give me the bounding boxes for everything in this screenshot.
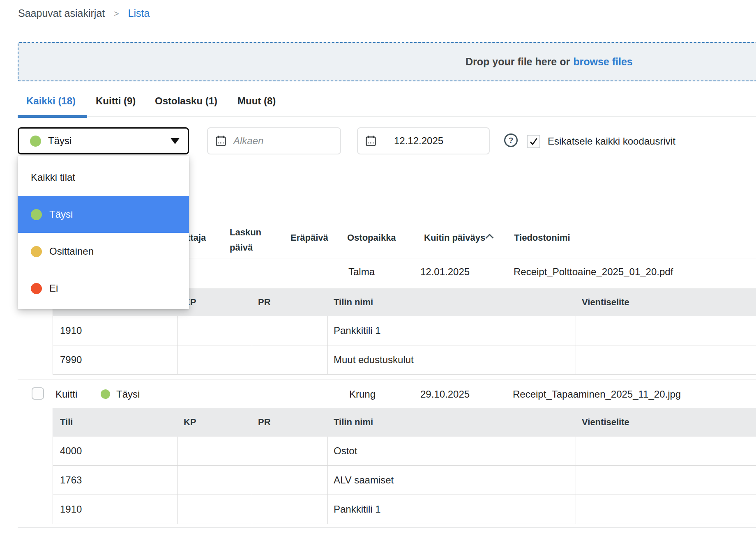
active-tab-underline bbox=[18, 115, 87, 118]
doc2-coding-table: Tili KP PR Tilin nimi Vientiselite 4000 … bbox=[53, 408, 756, 524]
file-drop-zone[interactable]: Drop your file here orbrowse files bbox=[18, 42, 756, 81]
cell-tilin-nimi: ALV saamiset bbox=[328, 466, 576, 495]
cell-tilin-nimi: Pankkitili 1 bbox=[328, 495, 576, 524]
tab-kaikki[interactable]: Kaikki (18) bbox=[26, 95, 76, 107]
menu-item-taysi[interactable]: Täysi bbox=[18, 196, 189, 233]
tab-muut[interactable]: Muut (8) bbox=[237, 95, 276, 107]
cell-tili: 1910 bbox=[53, 316, 178, 345]
status-filter-value: Täysi bbox=[48, 135, 171, 147]
menu-item-label: Kaikki tilat bbox=[31, 172, 75, 183]
cell-kp bbox=[178, 466, 252, 495]
cell-vientiselite bbox=[576, 437, 756, 465]
coding-col-tilin-nimi: Tilin nimi bbox=[328, 417, 576, 428]
menu-item-label: Ei bbox=[49, 283, 58, 294]
coding-col-tilin-nimi: Tilin nimi bbox=[328, 297, 576, 308]
cell-pr bbox=[252, 466, 328, 495]
preview-coding-rows-label: Esikatsele kaikki koodausrivit bbox=[548, 136, 675, 147]
coding-col-vientiselite: Vientiselite bbox=[576, 417, 756, 428]
menu-item-kaikki-tilat[interactable]: Kaikki tilat bbox=[18, 159, 189, 196]
cell-kp bbox=[178, 345, 252, 374]
breadcrumb-current[interactable]: Lista bbox=[128, 7, 150, 19]
doc2-receipt-date: 29.10.2025 bbox=[420, 389, 470, 400]
cell-vientiselite bbox=[576, 316, 756, 345]
breadcrumb-separator-icon: > bbox=[114, 9, 119, 18]
browse-files-link[interactable]: browse files bbox=[573, 56, 633, 67]
date-to-field[interactable]: 12.12.2025 bbox=[357, 127, 490, 154]
coding-col-kp: KP bbox=[178, 417, 252, 428]
cell-vientiselite bbox=[576, 495, 756, 524]
status-dot-icon bbox=[31, 283, 42, 294]
cell-tilin-nimi: Pankkitili 1 bbox=[328, 316, 576, 345]
doc2-type: Kuitti bbox=[55, 389, 77, 400]
coding-col-kp: KP bbox=[178, 297, 252, 308]
header-divider bbox=[18, 33, 756, 33]
coding-table-header: Tili KP PR Tilin nimi Vientiselite bbox=[53, 408, 756, 437]
coding-col-pr: PR bbox=[252, 297, 328, 308]
cell-tilin-nimi: Ostot bbox=[328, 437, 576, 465]
dropdown-caret-icon bbox=[171, 138, 180, 144]
column-header-invoice-date[interactable]: Laskun päivä bbox=[230, 225, 272, 255]
cell-tili: 7990 bbox=[53, 345, 178, 374]
doc2-purchase-place: Krung bbox=[349, 389, 376, 400]
table-row[interactable]: 4000 Ostot bbox=[53, 437, 756, 466]
status-dot-icon bbox=[101, 389, 110, 399]
date-to-value: 12.12.2025 bbox=[394, 135, 443, 147]
doc1-purchase-place: Talma bbox=[348, 266, 375, 278]
doc1-file-name[interactable]: Receipt_Polttoaine_2025_01_20.pdf bbox=[514, 266, 673, 278]
column-header-receipt-date[interactable]: Kuitin päiväys bbox=[424, 232, 485, 243]
doc1-receipt-date: 12.01.2025 bbox=[420, 266, 470, 278]
menu-item-label: Täysi bbox=[49, 209, 73, 220]
cell-kp bbox=[178, 316, 252, 345]
status-dot-icon bbox=[31, 246, 42, 257]
column-header-file-name[interactable]: Tiedostonimi bbox=[514, 232, 570, 243]
table-row[interactable]: 1910 Pankkitili 1 bbox=[53, 316, 756, 345]
doc2-file-name[interactable]: Receipt_Tapaaminen_2025_11_20.jpg bbox=[513, 389, 681, 400]
date-from-field[interactable]: Alkaen bbox=[207, 127, 341, 154]
calendar-icon bbox=[215, 135, 226, 147]
tab-kuitti[interactable]: Kuitti (9) bbox=[96, 95, 136, 107]
cell-kp bbox=[178, 437, 252, 465]
sort-ascending-icon[interactable] bbox=[485, 233, 494, 239]
drop-zone-text: Drop your file here orbrowse files bbox=[466, 56, 633, 68]
breadcrumb-parent[interactable]: Saapuvat asiakirjat bbox=[18, 7, 105, 19]
cell-tilin-nimi: Muut edustuskulut bbox=[328, 345, 576, 374]
status-filter-menu: Kaikki tilat Täysi Osittainen Ei bbox=[18, 156, 189, 309]
calendar-icon bbox=[365, 135, 376, 147]
status-filter-dropdown[interactable]: Täysi bbox=[18, 127, 189, 154]
cell-vientiselite bbox=[576, 466, 756, 495]
menu-item-label: Osittainen bbox=[49, 246, 94, 257]
tabs-baseline bbox=[18, 116, 756, 117]
breadcrumb: Saapuvat asiakirjat > Lista bbox=[18, 7, 150, 19]
cell-tili: 1763 bbox=[53, 466, 178, 495]
checkmark-icon bbox=[528, 136, 539, 147]
doc2-status: Täysi bbox=[116, 389, 140, 400]
menu-item-ei[interactable]: Ei bbox=[18, 270, 189, 307]
status-dot-icon bbox=[31, 209, 42, 220]
document-block-divider bbox=[18, 379, 756, 380]
tab-ostolasku[interactable]: Ostolasku (1) bbox=[155, 95, 217, 107]
cell-pr bbox=[252, 437, 328, 465]
cell-pr bbox=[252, 495, 328, 524]
cell-pr bbox=[252, 345, 328, 374]
preview-coding-rows-checkbox[interactable] bbox=[527, 135, 540, 148]
drop-zone-label: Drop your file here or bbox=[466, 56, 570, 67]
cell-pr bbox=[252, 316, 328, 345]
cell-kp bbox=[178, 495, 252, 524]
cell-vientiselite bbox=[576, 345, 756, 374]
cell-tili: 4000 bbox=[53, 437, 178, 465]
coding-col-vientiselite: Vientiselite bbox=[576, 297, 756, 308]
column-header-purchase-place[interactable]: Ostopaikka bbox=[347, 232, 396, 243]
cell-tili: 1910 bbox=[53, 495, 178, 524]
table-row[interactable]: 1763 ALV saamiset bbox=[53, 466, 756, 495]
table-row[interactable]: 1910 Pankkitili 1 bbox=[53, 495, 756, 524]
coding-col-tili: Tili bbox=[53, 417, 178, 428]
column-header-supplier-partial[interactable]: ttaja bbox=[187, 232, 206, 243]
column-header-due-date[interactable]: Eräpäivä bbox=[290, 232, 328, 243]
table-row[interactable]: 7990 Muut edustuskulut bbox=[53, 345, 756, 375]
coding-col-pr: PR bbox=[252, 417, 328, 428]
doc2-select-checkbox[interactable] bbox=[32, 387, 44, 400]
menu-item-osittainen[interactable]: Osittainen bbox=[18, 233, 189, 270]
help-icon[interactable]: ? bbox=[504, 133, 518, 147]
bottom-divider bbox=[18, 527, 756, 528]
date-from-placeholder: Alkaen bbox=[233, 135, 263, 147]
